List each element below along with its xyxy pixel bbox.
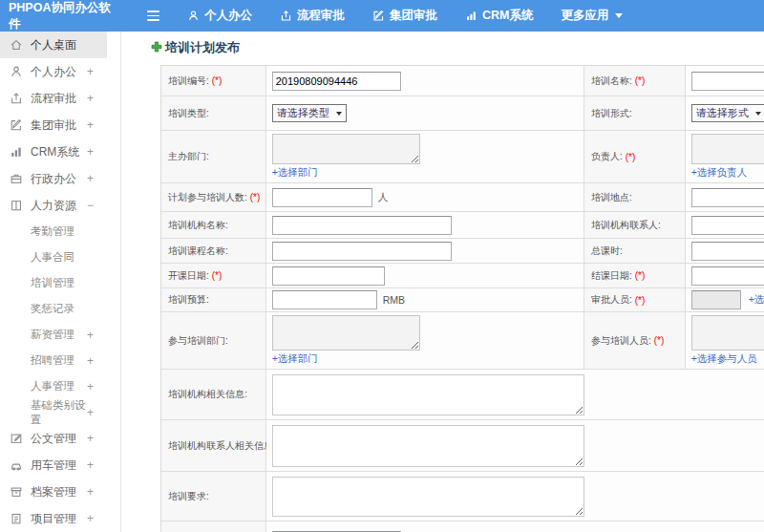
field-label: 培训要求: — [161, 472, 266, 521]
field-label: 培训名称: (*) — [584, 66, 686, 96]
expand-sign[interactable]: + — [87, 485, 94, 499]
sidebar-sub-label: 奖惩记录 — [31, 302, 74, 316]
sidebar-item-project-mgmt[interactable]: 项目管理 + — [0, 505, 107, 532]
nav-crm-system[interactable]: CRM系统 — [465, 8, 533, 24]
training-form-select[interactable]: 请选择形式 — [691, 104, 764, 122]
sidebar-item-vehicle-mgmt[interactable]: 用车管理 + — [0, 452, 107, 479]
field-label: 总课时: — [584, 239, 686, 263]
participating-persons-textarea[interactable] — [691, 315, 764, 351]
sidebar-item-group-approval[interactable]: 集团审批 + — [0, 112, 107, 138]
course-name-input[interactable] — [272, 242, 452, 261]
end-date-input[interactable] — [691, 266, 764, 286]
field-cell — [686, 183, 764, 211]
expand-sign[interactable]: + — [87, 458, 94, 472]
sidebar-sub-training-mgmt[interactable]: 培训管理 — [0, 270, 107, 296]
sidebar-item-human-resources[interactable]: 人力资源 − — [0, 192, 107, 219]
expand-sign[interactable]: + — [87, 329, 94, 342]
field-cell: +选择参与人员 — [686, 312, 764, 369]
field-cell — [266, 370, 764, 419]
expand-sign[interactable]: + — [87, 118, 94, 132]
select-responsible-link[interactable]: +选择负责人 — [691, 166, 748, 180]
car-icon — [10, 458, 24, 473]
start-date-input[interactable] — [272, 266, 385, 286]
field-cell: RMB — [266, 288, 584, 311]
sidebar-sub-reward-record[interactable]: 奖惩记录 — [0, 296, 107, 322]
select-approver-link[interactable]: +选择审批人员 — [749, 293, 764, 307]
sidebar-item-archive-mgmt[interactable]: 档案管理 + — [0, 479, 107, 505]
expand-sign[interactable]: − — [87, 199, 94, 212]
responsible-person-textarea[interactable] — [691, 134, 764, 164]
training-name-input[interactable] — [691, 72, 764, 91]
field-cell: +选择部门 — [266, 312, 584, 369]
institution-contact-input[interactable] — [691, 216, 764, 235]
sidebar-sub-salary-mgmt[interactable]: 薪资管理 + — [0, 322, 107, 348]
expand-sign[interactable]: + — [87, 145, 94, 159]
caret-down-icon — [615, 13, 623, 18]
field-label: 开课日期: (*) — [161, 264, 266, 287]
field-label: 结课日期: (*) — [584, 264, 686, 287]
expand-sign[interactable]: + — [87, 65, 94, 78]
field-label: 培训形式: — [584, 96, 686, 130]
sidebar-sub-label: 人事合同 — [31, 250, 74, 265]
sidebar-sub-attendance[interactable]: 考勤管理 — [0, 219, 107, 245]
form-row: 培训预算: RMB 审批人员: (*) +选择审批人员 — [161, 288, 764, 312]
expand-sign[interactable]: + — [87, 406, 94, 419]
nav-more-apps[interactable]: 更多应用 — [561, 8, 623, 24]
nav-process-approval[interactable]: 流程审批 — [280, 8, 345, 24]
sidebar-item-label: 公文管理 — [31, 431, 76, 447]
field-label: 培训地点: — [584, 183, 686, 211]
select-department-link[interactable]: +选择部门 — [272, 166, 318, 180]
sidebar-sub-personnel-mgmt[interactable]: 人事管理 + — [0, 373, 107, 399]
edit-icon — [10, 118, 24, 133]
training-type-select[interactable]: 请选择类型 — [272, 104, 347, 122]
sidebar-item-admin-office[interactable]: 行政办公 + — [0, 165, 107, 192]
sidebar-item-personal-desktop[interactable]: 个人桌面 — [0, 32, 107, 58]
caret-down-icon — [336, 112, 342, 116]
form-row: 培训编号: (*) 培训名称: (*) — [161, 66, 764, 96]
sidebar-item-label: 项目管理 — [31, 511, 76, 527]
nav-label: 流程审批 — [297, 8, 345, 24]
sidebar-item-label: CRM系统 — [31, 144, 79, 160]
select-department-link[interactable]: +选择部门 — [272, 352, 318, 366]
institution-info-textarea[interactable] — [272, 374, 584, 415]
nav-group-approval[interactable]: 集团审批 — [372, 8, 437, 24]
form-row: 培训机构联系人相关信息: — [161, 420, 764, 472]
training-requirements-textarea[interactable] — [272, 477, 584, 517]
chart-icon — [465, 10, 478, 22]
project-icon — [10, 512, 24, 526]
host-department-textarea[interactable] — [272, 134, 420, 164]
sidebar-sub-recruit-mgmt[interactable]: 招聘管理 + — [0, 348, 107, 373]
sidebar-item-personal-office[interactable]: 个人办公 + — [0, 58, 107, 85]
field-cell: +选择部门 — [266, 131, 584, 182]
field-label: 计划参与培训人数: (*) — [161, 183, 266, 211]
total-hours-input[interactable] — [691, 242, 764, 261]
sidebar-item-official-doc[interactable]: 公文管理 + — [0, 425, 107, 452]
expand-sign[interactable]: + — [87, 172, 94, 185]
field-label: 参与培训人员: (*) — [584, 312, 686, 369]
training-number-input[interactable] — [272, 72, 401, 91]
select-participants-link[interactable]: +选择参与人员 — [691, 352, 757, 366]
expand-sign[interactable]: + — [87, 380, 94, 394]
institution-name-input[interactable] — [272, 216, 452, 235]
hamburger-menu-icon[interactable] — [147, 11, 159, 20]
expand-sign[interactable]: + — [87, 512, 94, 525]
form-row: 参与培训部门: +选择部门 参与培训人员: (*) +选择参与人员 — [161, 312, 764, 370]
training-budget-input[interactable] — [272, 290, 377, 309]
sidebar-sub-hr-contract[interactable]: 人事合同 — [0, 245, 107, 270]
field-label: 培训机构联系人: — [584, 212, 686, 238]
sidebar-sub-base-category[interactable]: 基础类别设置 + — [0, 399, 107, 425]
expand-sign[interactable]: + — [87, 432, 94, 445]
approver-input[interactable] — [691, 290, 741, 309]
nav-personal-office[interactable]: 个人办公 — [187, 8, 252, 24]
planned-participants-input[interactable] — [272, 188, 372, 207]
sidebar-item-label: 集团审批 — [31, 117, 76, 134]
participating-departments-textarea[interactable] — [272, 315, 420, 351]
sidebar-item-process-approval[interactable]: 流程审批 + — [0, 85, 107, 112]
expand-sign[interactable]: + — [87, 354, 94, 368]
book-icon — [10, 199, 24, 213]
training-location-input[interactable] — [691, 188, 764, 207]
institution-contact-info-textarea[interactable] — [272, 425, 584, 467]
sidebar-item-crm[interactable]: CRM系统 + — [0, 138, 107, 165]
expand-sign[interactable]: + — [87, 92, 94, 105]
brand-logo: PHPOA协同办公软件 — [0, 0, 122, 32]
